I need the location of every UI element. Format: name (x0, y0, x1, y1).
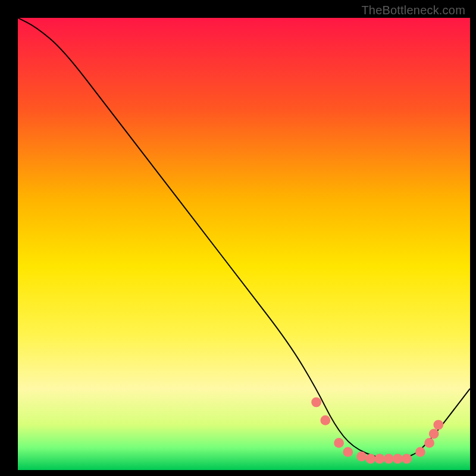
marker-dot (424, 438, 434, 448)
marker-dot (365, 454, 375, 464)
marker-dot (402, 454, 412, 464)
marker-dot (433, 420, 443, 430)
marker-dot (356, 452, 367, 462)
gradient-background (18, 18, 470, 470)
marker-dot (334, 438, 344, 448)
marker-dot (320, 415, 330, 425)
marker-dot (415, 447, 425, 457)
chart-area (18, 18, 470, 470)
marker-dot (343, 447, 353, 457)
marker-dot (384, 454, 394, 464)
marker-dot (311, 397, 321, 408)
marker-dot (393, 454, 403, 464)
watermark-text: TheBottleneck.com (361, 4, 465, 17)
marker-dot (375, 454, 385, 464)
marker-dot (429, 429, 439, 439)
